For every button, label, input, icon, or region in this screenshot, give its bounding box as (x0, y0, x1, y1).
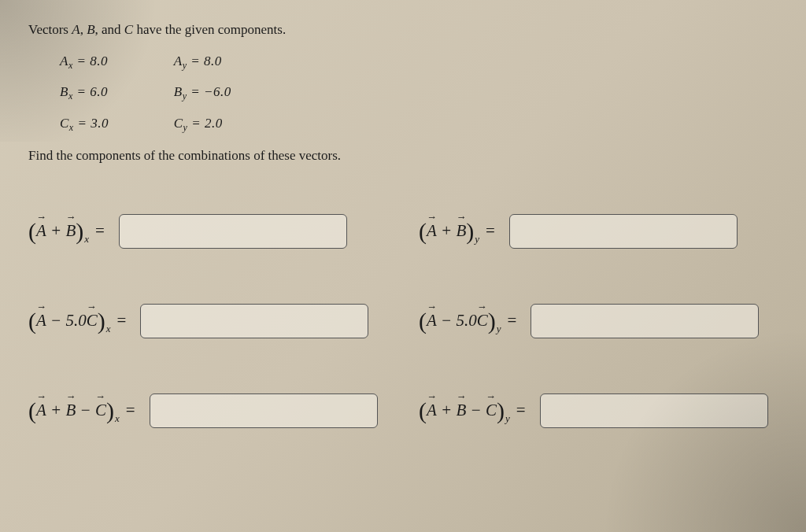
answer-input-ApB-x[interactable] (119, 214, 347, 249)
answer-ApB-y: (A + B)y= (419, 214, 778, 249)
answer-ApBmC-y: (A + B − C)y= (419, 393, 778, 428)
expr-label: (A + B)y= (419, 218, 501, 246)
expr-label: (A − 5.0C)y= (419, 308, 523, 335)
expr-label: (A − 5.0C)x= (28, 308, 132, 335)
value-row-B: Bx = 6.0 By = −6.0 (60, 84, 778, 102)
value-Cy: Cy = 2.0 (174, 116, 284, 134)
answer-Am5C-y: (A − 5.0C)y= (419, 304, 778, 338)
value-Ay: Ay = 8.0 (174, 54, 284, 72)
value-row-A: Ax = 8.0 Ay = 8.0 (60, 54, 778, 72)
given-values: Ax = 8.0 Ay = 8.0 Bx = 6.0 By = −6.0 Cx … (60, 54, 778, 134)
answer-ApBmC-x: (A + B − C)x= (28, 393, 387, 428)
value-By: By = −6.0 (174, 84, 284, 102)
find-statement: Find the components of the combinations … (28, 148, 778, 164)
answer-Am5C-x: (A − 5.0C)x= (28, 304, 387, 338)
answer-input-ApB-y[interactable] (509, 214, 738, 249)
answer-input-ApBmC-x[interactable] (150, 393, 378, 428)
answer-input-Am5C-y[interactable] (531, 304, 759, 338)
value-Cx: Cx = 3.0 (60, 116, 170, 134)
expr-label: (A + B)x= (28, 218, 111, 246)
answer-input-Am5C-x[interactable] (140, 304, 368, 338)
answer-ApB-x: (A + B)x= (28, 214, 387, 249)
problem-intro: Vectors A, B, and C have the given compo… (28, 22, 778, 38)
answer-input-ApBmC-y[interactable] (540, 393, 768, 428)
value-Bx: Bx = 6.0 (60, 84, 170, 102)
expr-label: (A + B − C)y= (419, 397, 532, 425)
value-row-C: Cx = 3.0 Cy = 2.0 (60, 116, 778, 134)
expr-label: (A + B − C)x= (28, 397, 142, 425)
value-Ax: Ax = 8.0 (60, 54, 170, 72)
answers-grid: (A + B)x= (A + B)y= (A − 5.0C)x= (A − 5.… (28, 214, 778, 428)
